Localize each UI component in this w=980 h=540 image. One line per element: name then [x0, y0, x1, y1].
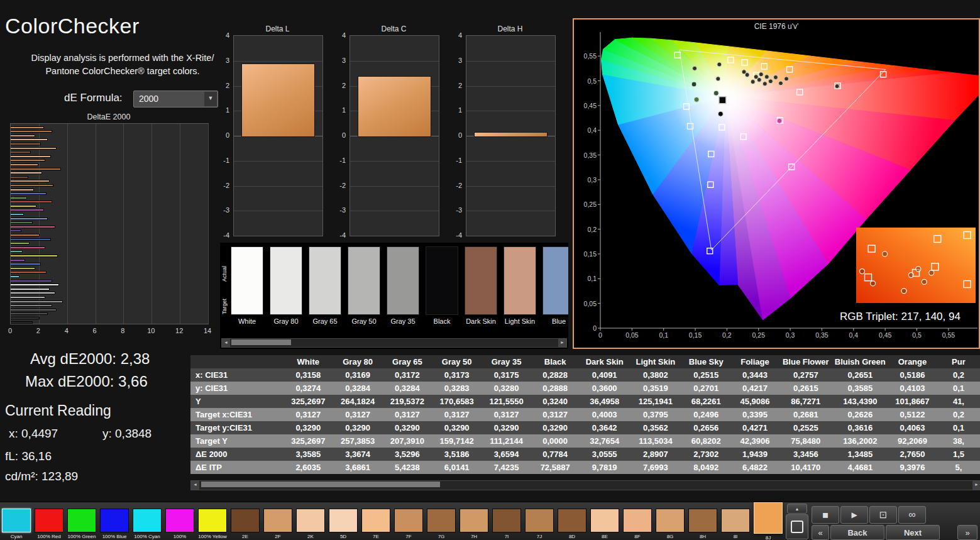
scrollbar-thumb[interactable] — [201, 482, 440, 487]
swatch-blue[interactable]: Blue — [542, 246, 568, 325]
patch-100-green[interactable]: 100% Green — [67, 505, 96, 540]
stop-button[interactable]: ◼ — [812, 506, 839, 524]
collapse-button[interactable]: ▲ — [787, 504, 807, 514]
cell: 0,4063 — [888, 421, 937, 434]
cell: 0,3290 — [333, 421, 383, 434]
measured-marker — [759, 72, 763, 77]
patch-2f[interactable]: 2F — [263, 505, 292, 540]
cell: 5, — [937, 461, 980, 474]
cell: 9,7819 — [579, 461, 630, 474]
patch-8f[interactable]: 8F — [623, 505, 652, 540]
y-tick-label: 2 — [217, 82, 229, 89]
scroll-left-icon[interactable]: ◄ — [191, 481, 199, 490]
y-tick-label: 0,2 — [587, 226, 597, 233]
swatch-color — [542, 246, 568, 315]
patch-8e[interactable]: 8E — [590, 505, 619, 540]
x-tick-label: 12 — [175, 327, 183, 334]
patch-color — [394, 509, 423, 532]
patch-5d[interactable]: 5D — [329, 505, 358, 540]
cell: 0,2 — [937, 368, 980, 382]
patch-2k[interactable]: 2K — [296, 505, 325, 540]
scrollbar-thumb[interactable] — [231, 339, 291, 345]
patch-100-yellow[interactable]: 100% Yellow — [198, 505, 227, 540]
scroll-right-icon[interactable]: ► — [558, 339, 566, 347]
cell: 0,2615 — [779, 382, 832, 395]
patch-label: 100% Magenta — [165, 534, 194, 540]
swatch-gray-50[interactable]: Gray 50 — [348, 246, 380, 325]
patch-7j[interactable]: 7J — [525, 505, 554, 540]
patch-7f[interactable]: 7F — [394, 505, 423, 540]
patch-100-cyan[interactable]: 100% Cyan — [133, 505, 162, 540]
gridline — [466, 161, 555, 162]
patch-100-magenta[interactable]: 100% Magenta — [165, 505, 194, 540]
patch-7g[interactable]: 7G — [427, 505, 456, 540]
max-de2000: Max dE2000: 3,66 — [25, 373, 148, 390]
back-button[interactable]: Back — [830, 525, 884, 540]
cell: 45,9086 — [731, 395, 779, 408]
swatch-color — [231, 246, 263, 315]
pattern-button[interactable]: ⊡ — [869, 506, 897, 524]
swatch-dark-skin[interactable]: Dark Skin — [465, 246, 497, 325]
scroll-right-icon[interactable]: ► — [972, 481, 980, 490]
patch-8d[interactable]: 8D — [558, 505, 586, 540]
y-tick-label: 1 — [217, 106, 229, 114]
cie-diagram-panel: CIE 1976 u'v' 00,050,10,150,20,250,30,35… — [573, 18, 980, 349]
de-formula-dropdown[interactable]: 2000 ▼ — [133, 91, 218, 107]
patch-label: Cyan — [2, 534, 31, 539]
swatch-scrollbar[interactable]: ◄ ► — [221, 338, 567, 348]
swatch-gray-65[interactable]: Gray 65 — [309, 246, 341, 325]
patch-100-blue[interactable]: 100% Blue — [100, 505, 129, 540]
cell: 0,3290 — [432, 421, 482, 434]
patch-8g[interactable]: 8G — [656, 505, 685, 540]
gridline — [234, 61, 322, 62]
measured-marker — [768, 79, 773, 84]
play-button[interactable]: ▶ — [840, 506, 868, 524]
patch-7h[interactable]: 7H — [460, 505, 488, 540]
de-bar — [11, 138, 48, 141]
de-bar — [11, 192, 47, 195]
de-bar — [11, 296, 45, 299]
next-arrow-button[interactable]: » — [957, 525, 977, 540]
rgb-triplet-label: RGB Triplet: 217, 140, 94 — [840, 311, 961, 322]
scroll-left-icon[interactable]: ◄ — [222, 339, 230, 347]
patch-color — [754, 502, 783, 534]
y-tick-label: 0,25 — [584, 201, 597, 208]
patch-2e[interactable]: 2E — [231, 505, 260, 540]
cell: 2,7650 — [888, 448, 937, 461]
y-tick-label: 4 — [449, 31, 462, 39]
next-button[interactable]: Next — [886, 525, 940, 540]
swatch-gray-35[interactable]: Gray 35 — [387, 246, 419, 325]
table-scrollbar[interactable]: ◄ ► — [190, 480, 980, 490]
de-bar — [11, 312, 48, 315]
patch-8i[interactable]: 8I — [721, 505, 750, 540]
pattern-window-button[interactable] — [786, 514, 808, 539]
patch-8h[interactable]: 8H — [688, 505, 717, 540]
swatch-black[interactable]: Black — [426, 246, 458, 325]
cell: 41, — [937, 395, 980, 408]
de-bar — [11, 226, 55, 228]
measured-marker — [716, 77, 720, 81]
y-tick-label: 2 — [333, 82, 346, 89]
row-label: Target x:CIE31 — [190, 408, 284, 421]
cell: 0,3127 — [383, 408, 432, 421]
cell: 38, — [937, 434, 980, 448]
swatch-white[interactable]: White — [231, 246, 263, 325]
de-bar — [11, 263, 41, 265]
swatch-gray-80[interactable]: Gray 80 — [270, 246, 302, 325]
swatch-light-skin[interactable]: Light Skin — [504, 246, 536, 325]
patch-100-red[interactable]: 100% Red — [35, 505, 63, 540]
patch-7i[interactable]: 7I — [492, 505, 521, 540]
de-bar — [11, 163, 38, 166]
patch-cyan[interactable]: Cyan — [2, 505, 31, 540]
cell: 0,3802 — [630, 368, 681, 382]
patch-7e[interactable]: 7E — [361, 505, 390, 540]
selected-target-marker — [719, 97, 726, 104]
prev-arrow-button[interactable]: « — [812, 525, 829, 540]
swatch-color — [270, 246, 302, 315]
x-tick-label: 14 — [204, 327, 211, 334]
cell: 0,3127 — [333, 408, 383, 421]
table-row: ΔE ITP2,60353,68615,42386,01417,423572,5… — [190, 461, 980, 474]
y-tick-label: -1 — [449, 157, 462, 164]
loop-button[interactable]: ∞ — [898, 506, 926, 524]
patch-8j[interactable]: 8J — [754, 505, 783, 540]
